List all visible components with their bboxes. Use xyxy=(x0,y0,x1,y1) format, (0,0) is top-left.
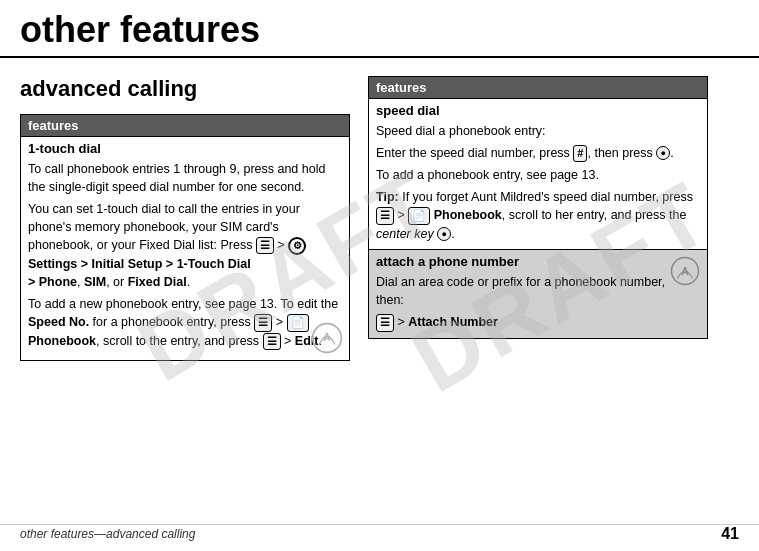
left-feature-table: features 1-touch dial To call phonebook … xyxy=(20,114,350,361)
speeddial-para3: To add a phonebook entry, see page 13. xyxy=(376,166,700,184)
attach-para2: ☰ > Attach Number xyxy=(376,313,700,331)
feature-row-1touch-body: To call phonebook entries 1 through 9, p… xyxy=(21,158,349,360)
left-column: advanced calling features 1-touch dial T… xyxy=(20,76,350,361)
speeddial-para2: Enter the speed dial number, press #, th… xyxy=(376,144,700,162)
feature-row-1touch: 1-touch dial To call phonebook entries 1… xyxy=(21,136,349,360)
center-key-icon2: ● xyxy=(437,227,451,241)
main-content: advanced calling features 1-touch dial T… xyxy=(0,58,759,361)
menu-key-icon2: ☰ xyxy=(254,314,272,331)
right-feature-table: features speed dial Speed dial a phonebo… xyxy=(368,76,708,339)
attach-para1: Dial an area code or prefix for a phoneb… xyxy=(376,273,700,309)
left-section-heading: advanced calling xyxy=(20,76,350,102)
phonebook-key-icon-right: 📄 xyxy=(408,207,430,224)
menu-key-icon-attach: ☰ xyxy=(376,314,394,331)
feature-row-speeddial-title: speed dial xyxy=(369,99,707,120)
menu-key-icon-right: ☰ xyxy=(376,207,394,224)
speeddial-para1: Speed dial a phonebook entry: xyxy=(376,122,700,140)
phonebook-key-icon: 📄 xyxy=(287,314,309,331)
right-table-header: features xyxy=(369,77,707,98)
feature-row-attach-body: Dial an area code or prefix for a phoneb… xyxy=(369,271,707,338)
footer-left-text: other features—advanced calling xyxy=(20,527,195,541)
settings-icon: ⚙ xyxy=(288,237,306,255)
left-table-header: features xyxy=(21,115,349,136)
1touch-para3: To add a new phonebook entry, see page 1… xyxy=(28,295,342,350)
network-icon-left: A xyxy=(311,322,343,354)
feature-row-speeddial-body: Speed dial a phonebook entry: Enter the … xyxy=(369,120,707,249)
page-title: other features xyxy=(0,0,759,58)
feature-row-attach: attach a phone number A Dial an area cod… xyxy=(369,249,707,338)
speeddial-para4: Tip: If you forget Aunt Mildred's speed … xyxy=(376,188,700,243)
hash-key-icon: # xyxy=(573,145,587,162)
footer-page-number: 41 xyxy=(721,525,739,543)
feature-row-1touch-title: 1-touch dial xyxy=(21,137,349,158)
menu-key-icon1: ☰ xyxy=(256,237,274,254)
feature-row-attach-title: attach a phone number A xyxy=(369,250,707,271)
feature-row-speeddial: speed dial Speed dial a phonebook entry:… xyxy=(369,98,707,249)
menu-key-icon3: ☰ xyxy=(263,333,281,350)
center-key-icon1: ● xyxy=(656,146,670,160)
page-footer: other features—advanced calling 41 xyxy=(0,524,759,543)
1touch-para2: You can set 1-touch dial to call the ent… xyxy=(28,200,342,291)
right-column: features speed dial Speed dial a phonebo… xyxy=(368,76,708,361)
1touch-para1: To call phonebook entries 1 through 9, p… xyxy=(28,160,342,196)
